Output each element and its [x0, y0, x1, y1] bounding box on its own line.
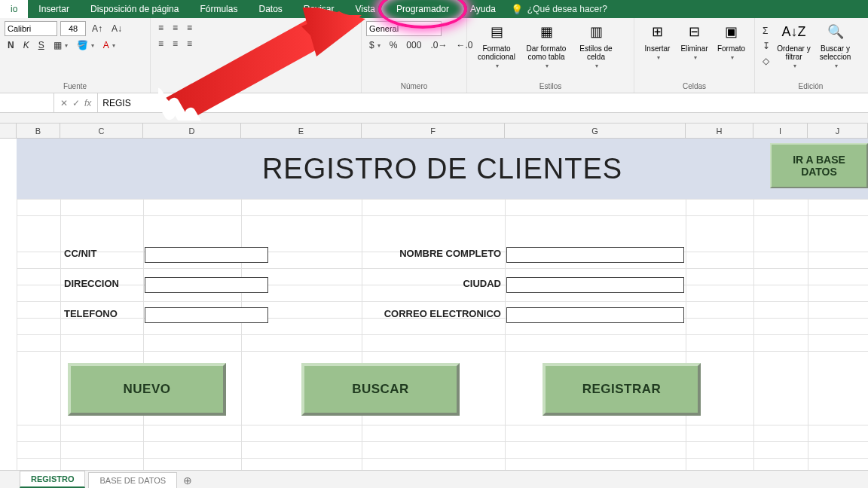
tell-me-input[interactable] [527, 4, 633, 14]
group-font-label: Fuente [5, 81, 145, 93]
group-cells: ⊞ Insertar ⊟ Eliminar ▣ Formato Celdas [634, 18, 755, 93]
group-number: $ % 000 .0→ ←.0 Número [362, 18, 467, 93]
fill-button[interactable]: ↧ [760, 39, 773, 53]
col-header-C[interactable]: C [60, 124, 143, 138]
lightbulb-icon: 💡 [511, 4, 523, 15]
insert-cells-label: Insertar [645, 44, 671, 53]
formula-bar: ✕ ✓ fx [0, 93, 868, 113]
align-left-button[interactable]: ≡ [155, 37, 167, 50]
group-alignment: ≡ ≡ ≡ ≡ ≡ ≡ [151, 18, 362, 93]
underline-button[interactable]: S [35, 38, 47, 52]
sheet-tab-base-de-datos[interactable]: BASE DE DATOS [88, 472, 177, 488]
font-size-select[interactable] [60, 21, 86, 36]
increase-font-button[interactable]: A↑ [89, 22, 105, 35]
group-alignment-label [155, 89, 356, 93]
format-as-table-button[interactable]: ▦ Dar formato como tabla [521, 21, 571, 70]
format-as-table-label: Dar formato como tabla [523, 44, 570, 61]
tab-ayuda[interactable]: Ayuda [460, 0, 506, 18]
decrease-font-button[interactable]: A↓ [108, 22, 125, 35]
col-header-F[interactable]: F [362, 124, 505, 138]
col-header-J[interactable]: J [808, 124, 868, 138]
input-ccnit[interactable] [145, 247, 268, 263]
fx-icon[interactable]: fx [84, 98, 91, 108]
number-format-select[interactable] [366, 21, 442, 36]
select-all-corner[interactable] [0, 124, 17, 138]
conditional-formatting-button[interactable]: ▤ Formato condicional [472, 21, 521, 70]
sheet-tab-registro[interactable]: REGISTRO [20, 471, 85, 488]
sort-filter-label: Ordenar y filtrar [775, 44, 813, 61]
delete-cells-icon: ⊟ [685, 23, 704, 42]
col-header-I[interactable]: I [753, 124, 808, 138]
insert-cells-button[interactable]: ⊞ Insertar [639, 21, 676, 62]
insert-cells-icon: ⊞ [648, 23, 668, 42]
label-direccion: DIRECCION [64, 278, 119, 289]
delete-cells-button[interactable]: ⊟ Eliminar [676, 21, 713, 62]
cancel-formula-icon[interactable]: ✕ [60, 98, 68, 108]
align-top-button[interactable]: ≡ [155, 21, 167, 35]
nuevo-button[interactable]: NUEVO [68, 363, 226, 416]
tab-inicio[interactable]: io [0, 0, 28, 18]
format-cells-button[interactable]: ▣ Formato [713, 21, 750, 62]
label-nombre: NOMBRE COMPLETO [377, 248, 501, 259]
fill-down-icon: ↧ [763, 41, 770, 51]
worksheet[interactable]: REGISTRO DE CLIENTES IR A BASE DATOS CC/… [0, 139, 868, 470]
find-select-button[interactable]: 🔍 Buscar y seleccion [815, 21, 856, 70]
input-nombre[interactable] [506, 247, 684, 263]
tab-programador[interactable]: Programador [386, 0, 460, 18]
font-name-select[interactable] [5, 21, 57, 36]
align-center-button[interactable]: ≡ [170, 37, 181, 50]
tab-disposicion[interactable]: Disposición de página [80, 0, 189, 18]
conditional-formatting-label: Formato condicional [473, 44, 520, 61]
paint-bucket-icon: 🪣 [77, 40, 88, 50]
bold-button[interactable]: N [5, 38, 17, 52]
col-header-G[interactable]: G [505, 124, 686, 138]
input-direccion[interactable] [145, 277, 268, 293]
clear-button[interactable]: ◇ [760, 54, 773, 68]
tab-insertar[interactable]: Insertar [28, 0, 80, 18]
borders-button[interactable]: ▦ [50, 38, 71, 52]
tab-datos[interactable]: Datos [248, 0, 292, 18]
fill-color-button[interactable]: 🪣 [74, 38, 97, 52]
group-styles-label: Estilos [472, 81, 629, 93]
format-cells-label: Formato [717, 44, 745, 53]
tab-revisar[interactable]: Revisar [293, 0, 345, 18]
cell-styles-icon: ▥ [586, 23, 606, 42]
delete-cells-label: Eliminar [680, 44, 708, 53]
buscar-button[interactable]: BUSCAR [301, 363, 460, 416]
sort-filter-button[interactable]: A↓Z Ordenar y filtrar [773, 21, 815, 70]
formula-input[interactable] [98, 93, 868, 112]
input-telefono[interactable] [145, 307, 268, 323]
input-correo[interactable] [506, 307, 684, 323]
col-header-B[interactable]: B [17, 124, 60, 138]
align-right-button[interactable]: ≡ [184, 37, 195, 50]
goto-database-button[interactable]: IR A BASE DATOS [770, 143, 868, 188]
increase-decimal-button[interactable]: .0→ [427, 38, 450, 52]
thousands-format-button[interactable]: 000 [403, 38, 424, 52]
registrar-button[interactable]: REGISTRAR [542, 363, 701, 416]
tab-vista[interactable]: Vista [345, 0, 386, 18]
label-ciudad: CIUDAD [377, 278, 501, 289]
col-header-D[interactable]: D [143, 124, 241, 138]
group-editing: Σ ↧ ◇ A↓Z Ordenar y filtrar 🔍 Buscar y s… [755, 18, 866, 93]
spacer-strip [0, 113, 868, 124]
group-number-label: Número [366, 81, 462, 93]
group-styles: ▤ Formato condicional ▦ Dar formato como… [467, 18, 634, 93]
input-ciudad[interactable] [506, 277, 684, 293]
font-color-button[interactable]: A [100, 38, 118, 52]
accounting-format-button[interactable]: $ [366, 38, 384, 52]
new-sheet-button[interactable]: ⊕ [177, 473, 198, 488]
title-banner: REGISTRO DE CLIENTES IR A BASE DATOS [17, 139, 868, 199]
align-bottom-button[interactable]: ≡ [184, 21, 195, 35]
percent-format-button[interactable]: % [387, 38, 401, 52]
ribbon: A↑ A↓ N K S ▦ 🪣 A Fuente ≡ ≡ ≡ ≡ ≡ [0, 18, 868, 93]
autosum-button[interactable]: Σ [760, 24, 773, 38]
tab-formulas[interactable]: Fórmulas [189, 0, 248, 18]
cell-styles-button[interactable]: ▥ Estilos de celda [571, 21, 621, 70]
tell-me-search[interactable]: 💡 [511, 0, 633, 18]
italic-button[interactable]: K [20, 38, 32, 52]
accept-formula-icon[interactable]: ✓ [72, 98, 80, 108]
col-header-E[interactable]: E [241, 124, 362, 138]
name-box[interactable] [0, 93, 54, 112]
align-middle-button[interactable]: ≡ [170, 21, 181, 35]
col-header-H[interactable]: H [686, 124, 753, 138]
